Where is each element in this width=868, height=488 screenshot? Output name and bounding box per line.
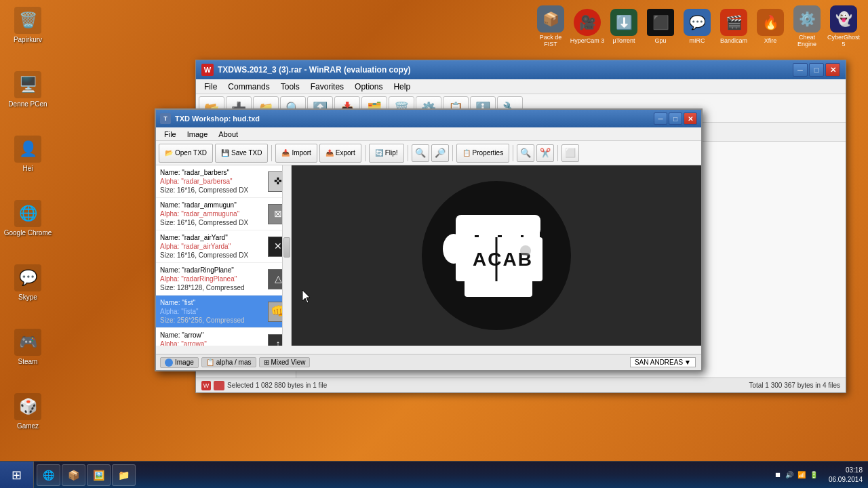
winrar-menu-favorites[interactable]: Favorites: [305, 81, 349, 93]
txd-import-button[interactable]: 📥 Import: [275, 144, 317, 163]
winrar-menubar: File Commands Tools Favorites Options He…: [196, 79, 846, 94]
top-icon-cyberghost[interactable]: 👻 CyberGhost 5: [826, 5, 861, 47]
txd-file-info-arrow: Name: "arrow" Alpha: "arrowa" Size: 32*3…: [160, 331, 265, 346]
txd-extra-btn-1[interactable]: 🔍: [517, 144, 534, 162]
txd-file-info-radar-ringplane: Name: "radarRingPlane" Alpha: "radarRing…: [160, 266, 265, 292]
winrar-title: TXDWS.2012_3 (3).rar - WinRAR (evaluatio…: [218, 65, 793, 75]
txd-preview-image: ACAB: [418, 178, 574, 333]
txd-export-button[interactable]: 📤 Export: [319, 144, 361, 163]
winrar-menu-help[interactable]: Help: [388, 81, 416, 93]
taskbar-item-chrome[interactable]: 🌐: [37, 464, 60, 486]
winrar-maximize-button[interactable]: □: [809, 63, 824, 77]
txd-alpha-radar-ringplane: Alpha: "radarRingPlanea": [160, 274, 265, 283]
taskbar-item-folder[interactable]: 📁: [112, 464, 136, 486]
taskbar-time: 03:18: [829, 466, 863, 475]
txd-size-radar-barbers: Size: 16*16, Compressed DX: [160, 186, 265, 195]
txd-file-list-scrollbar-thumb[interactable]: [283, 237, 290, 258]
winrar-menu-file[interactable]: File: [199, 81, 222, 93]
txd-window: T TXD Workshop: hud.txd ─ □ ✕ File Image…: [155, 108, 703, 371]
txd-open-label: Open TXD: [175, 149, 207, 157]
winrar-menu-options[interactable]: Options: [349, 81, 388, 93]
txd-toolbar-sep-2: [365, 145, 366, 161]
hypercam-icon: 🎥: [574, 9, 601, 36]
desktop-icon-chrome[interactable]: 🌐 Google Chrome: [3, 200, 52, 237]
desktop-icon-pcen[interactable]: 🖥️ Denne PCen: [3, 71, 52, 108]
txd-title: TXD Workshop: hud.txd: [175, 115, 260, 123]
txd-extra-btn-3[interactable]: ⬜: [561, 144, 579, 162]
txd-file-list-scrollbar[interactable]: [282, 165, 291, 346]
taskbar-start-button[interactable]: ⊞: [0, 462, 34, 489]
txd-flip-button[interactable]: 🔄 Flip!: [369, 144, 404, 163]
taskbar-item-winrar[interactable]: 📦: [62, 464, 85, 486]
txd-titlebar: T TXD Workshop: hud.txd ─ □ ✕: [156, 110, 701, 127]
txd-status-alpha: 📋 alpha / mas: [201, 357, 256, 367]
txd-status-info: Image 📋 alpha / mas ⊞ Mixed View: [156, 357, 627, 368]
txd-save-label: Save TXD: [231, 149, 262, 157]
txd-status-image: Image: [160, 357, 199, 368]
taskbar-date: 06.09.2014: [829, 475, 863, 485]
desktop-icon-steam[interactable]: 🎮 Steam: [3, 329, 52, 365]
desktop-icon-hei[interactable]: 👤 Hei: [3, 136, 52, 172]
top-icon-xfire[interactable]: 🔥 Xfire: [753, 9, 788, 44]
txd-save-txd-button[interactable]: 💾 Save TXD: [215, 144, 268, 163]
txd-minimize-button[interactable]: ─: [654, 113, 667, 125]
txd-status-alpha-label: alpha / mas: [216, 359, 252, 366]
txd-maximize-button[interactable]: □: [669, 113, 682, 125]
txd-size-radar-ringplane: Size: 128*128, Compressed: [160, 283, 265, 292]
txd-dropdown-value: SAN ANDREAS: [635, 359, 683, 366]
txd-file-item-arrow[interactable]: Name: "arrow" Alpha: "arrowa" Size: 32*3…: [156, 328, 291, 346]
top-icon-gpu[interactable]: ⬛ Gpu: [643, 9, 678, 44]
winrar-close-button[interactable]: ✕: [825, 63, 840, 77]
winrar-menu-tools[interactable]: Tools: [275, 81, 305, 93]
txd-menu-about[interactable]: About: [213, 129, 243, 139]
utorrent-icon: ⬇️: [610, 9, 637, 36]
hei-label: Hei: [3, 165, 52, 172]
winrar-menu-commands[interactable]: Commands: [222, 81, 275, 93]
steam-label: Steam: [3, 358, 52, 365]
txd-close-button[interactable]: ✕: [684, 113, 697, 125]
taskbar-txd-icon: 🖼️: [93, 470, 104, 481]
skype-icon: 💬: [14, 264, 41, 291]
txd-file-info-radar-barbers: Name: "radar_barbers" Alpha: "radar_barb…: [160, 168, 265, 195]
txd-file-item-fist[interactable]: Name: "fist" Alpha: "fista" Size: 256*25…: [156, 296, 291, 328]
txd-size-radar-ammugun: Size: 16*16, Compressed DX: [160, 218, 265, 227]
top-icon-bandicam[interactable]: 🎬 Bandicam: [716, 9, 751, 44]
txd-alpha-arrow: Alpha: "arrowa": [160, 340, 265, 346]
txd-open-txd-button[interactable]: 📂 Open TXD: [159, 144, 213, 163]
txd-menu-file[interactable]: File: [159, 129, 182, 139]
desktop-icon-skype[interactable]: 💬 Skype: [3, 264, 52, 301]
txd-main: Name: "radar_barbers" Alpha: "radar_barb…: [156, 165, 701, 346]
txd-toolbar-sep-1: [271, 145, 272, 161]
txd-preview-area: ACAB: [292, 165, 701, 346]
txd-file-item-radar-barbers[interactable]: Name: "radar_barbers" Alpha: "radar_barb…: [156, 165, 291, 198]
desktop-icon-papirkurv[interactable]: 🗑️ Papirkurv: [3, 7, 52, 43]
txd-properties-button[interactable]: 📋 Properties: [456, 144, 510, 163]
txd-filename-radar-airyard: Name: "radar_airYard": [160, 233, 265, 242]
txd-file-item-radar-airyard[interactable]: Name: "radar_airYard" Alpha: "radar_airY…: [156, 230, 291, 263]
xfire-icon: 🔥: [757, 9, 784, 36]
top-icon-cheat-engine[interactable]: ⚙️ Cheat Engine: [789, 5, 825, 47]
txd-file-item-radar-ammugun[interactable]: Name: "radar_ammugun" Alpha: "radar_ammu…: [156, 198, 291, 230]
txd-menu-image[interactable]: Image: [182, 129, 214, 139]
txd-zoom-in-button[interactable]: 🔍: [412, 144, 429, 162]
top-icon-mirc[interactable]: 💬 mIRC: [679, 9, 715, 44]
svg-point-11: [520, 245, 531, 256]
txd-status-dropdown[interactable]: SAN ANDREAS ▼: [630, 357, 696, 367]
winrar-minimize-button[interactable]: ─: [793, 63, 808, 77]
taskbar-item-txd[interactable]: 🖼️: [87, 464, 111, 486]
desktop-icon-gamez[interactable]: 🎲 Gamez: [3, 393, 52, 430]
txd-toolbar: 📂 Open TXD 💾 Save TXD 📥 Import 📤 Export …: [156, 141, 701, 165]
top-icon-utorrent[interactable]: ⬇️ µTorrent: [606, 9, 642, 44]
steam-icon: 🎮: [14, 329, 41, 356]
cyberghost-icon: 👻: [830, 5, 857, 33]
txd-file-list: Name: "radar_barbers" Alpha: "radar_barb…: [156, 165, 292, 346]
txd-toolbar-sep-4: [452, 145, 453, 161]
txd-size-radar-airyard: Size: 16*16, Compressed DX: [160, 251, 265, 260]
bandicam-label: Bandicam: [716, 37, 751, 44]
top-icon-packdefist[interactable]: 📦 Pack de FIST: [533, 5, 568, 47]
packdefist-icon: 📦: [537, 5, 564, 33]
txd-extra-btn-2[interactable]: ✂️: [536, 144, 554, 162]
txd-zoom-out-button[interactable]: 🔎: [431, 144, 449, 162]
txd-file-item-radar-ringplane[interactable]: Name: "radarRingPlane" Alpha: "radarRing…: [156, 263, 291, 296]
top-icon-hypercam[interactable]: 🎥 HyperCam 3: [570, 9, 605, 44]
